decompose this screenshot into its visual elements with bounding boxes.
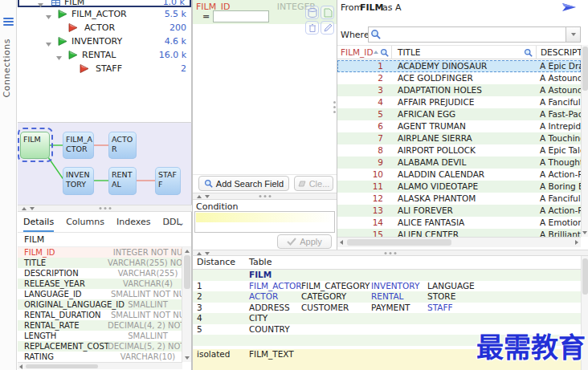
column-row[interactable]: FILM_IDINTEGER NOT NU [18, 247, 182, 258]
add-search-field-button[interactable]: Add Search Field [198, 176, 289, 191]
table-name-customer[interactable]: CUSTOMER [301, 303, 349, 314]
column-row[interactable]: RATINGVARCHAR(10) [18, 352, 182, 362]
column-row[interactable]: RENTAL_RATEDECIMAL(4, 2) NOT NU [18, 320, 182, 331]
splitter-grip-icon[interactable] [385, 252, 397, 254]
scroll-left-icon[interactable] [340, 240, 343, 245]
column-row[interactable]: LANGUAGE_IDSMALLINT NOT NU [18, 289, 182, 299]
table-name-address[interactable]: ADDRESS [249, 303, 290, 314]
column-search-icon[interactable] [524, 48, 533, 57]
table-row[interactable]: 9ALABAMA DEVILA Thought [337, 157, 581, 169]
table-row[interactable]: 4AFFAIR PREJUDICEA Fanciful [337, 96, 581, 108]
table-name-film_text[interactable]: FILM_TEXT [249, 349, 294, 360]
where-input[interactable] [368, 26, 566, 43]
menu-icon[interactable] [3, 18, 14, 27]
tree-item-film[interactable]: FILM1.0 k [18, 0, 191, 7]
result-grid-header[interactable]: FILM_ID TITLE DESCRIPTION [337, 45, 588, 59]
table-name-language[interactable]: LANGUAGE [427, 281, 475, 292]
horizontal-splitter[interactable] [18, 205, 192, 212]
scrollbar-thumb[interactable] [347, 239, 451, 246]
tree-item-film_actor[interactable]: FILM_ACTOR5.5 k [18, 7, 191, 21]
table-row[interactable]: 11ALAMO VIDEOTAPEA Boring E [337, 181, 581, 193]
column-row[interactable]: ORIGINAL_LANGUAGE_IDSMALLINT [18, 299, 182, 310]
table-name-payment[interactable]: PAYMENT [371, 303, 410, 314]
grid-vertical-scrollbar[interactable] [581, 45, 588, 237]
scrollbar-thumb[interactable] [582, 258, 588, 295]
scroll-down-icon[interactable] [582, 231, 587, 234]
table-name-film_actor[interactable]: FILM_ACTOR [249, 281, 302, 292]
tree-item-rental[interactable]: RENTAL16.0 k [18, 48, 191, 62]
distance-row[interactable]: 3ADDRESSCUSTOMERPAYMENTSTAFF [193, 303, 582, 314]
tab-overflow-icon[interactable]: › [167, 218, 170, 228]
diagram-node-film-actor[interactable]: FILM_ACTOR [63, 132, 94, 159]
scrollbar-thumb[interactable] [582, 47, 588, 91]
tab-dropdown-icon[interactable]: ⌄ [178, 218, 185, 228]
column-row[interactable]: RENTAL_DURATIONSMALLINT NOT NU [18, 310, 182, 320]
tab-columns[interactable]: Columns [66, 217, 104, 232]
operator-selector[interactable]: = [202, 11, 210, 22]
table-name-film[interactable]: FILM [249, 270, 272, 281]
details-horizontal-scrollbar[interactable] [18, 362, 182, 369]
splitter-grip-icon[interactable] [259, 195, 271, 197]
diagram-node-actor[interactable]: ACTOR [108, 132, 137, 159]
pencil-icon[interactable] [321, 21, 334, 35]
collapse-expand-icons[interactable] [22, 207, 35, 210]
table-name-rental[interactable]: RENTAL [371, 291, 403, 303]
details-vertical-scrollbar[interactable] [182, 247, 191, 362]
distance-row[interactable]: FILM [193, 270, 582, 281]
horizontal-splitter[interactable] [192, 250, 588, 256]
grid-horizontal-scrollbar[interactable] [337, 237, 581, 247]
table-row[interactable]: 6AGENT TRUMANA Intrepid [337, 120, 581, 132]
diagram-node-film[interactable]: FILM [20, 132, 50, 159]
table-name-category[interactable]: CATEGORY [301, 291, 346, 303]
distance-row[interactable]: 2ACTORCATEGORYRENTALSTORE [193, 291, 582, 303]
condition-input[interactable] [194, 211, 335, 233]
table-name-country[interactable]: COUNTRY [249, 324, 290, 335]
search-value-input[interactable] [213, 10, 269, 22]
distance-row[interactable]: 4CITY [193, 313, 582, 324]
table-row[interactable]: 3ADAPTATION HOLESA Astound [337, 84, 581, 96]
table-row[interactable]: 12ALASKA PHANTOMA Fanciful [337, 193, 581, 205]
result-rows[interactable]: 1ACADEMY DINOSAURA Epic Dra2ACE GOLDFING… [337, 60, 581, 237]
column-row[interactable]: TITLEVARCHAR(255) NOT NU [18, 258, 182, 268]
splitter-grip-icon[interactable] [99, 207, 111, 209]
details-tab-bar[interactable]: DetailsColumnsIndexesDDL› ⌄ [18, 212, 191, 233]
scroll-down-icon[interactable] [185, 356, 190, 360]
vertical-splitter-grip-icon[interactable] [333, 101, 336, 113]
column-row[interactable]: LENGTHSMALLINT [18, 331, 182, 341]
column-search-icon[interactable] [380, 48, 389, 57]
table-row[interactable]: 5AFRICAN EGGA Fast-Pac [337, 108, 581, 120]
table-name-film_category[interactable]: FILM_CATEGORY [301, 281, 370, 292]
horizontal-splitter[interactable] [193, 193, 337, 200]
table-name-inventory[interactable]: INVENTORY [371, 281, 419, 292]
diagram-node-inventory[interactable]: INVENTORY [63, 167, 94, 195]
column-row[interactable]: REPLACEMENT_COSTDECIMAL(5, 2) NOT NU [18, 341, 182, 352]
scroll-up-icon[interactable] [185, 250, 190, 253]
document-icon[interactable] [321, 6, 334, 19]
collapse-expand-icons[interactable] [197, 252, 210, 255]
scroll-right-icon[interactable] [575, 240, 578, 245]
table-row[interactable]: 2ACE GOLDFINGERA Astound [337, 72, 581, 84]
connection-tree[interactable]: FILM1.0 kFILM_ACTOR5.5 kACTOR200INVENTOR… [18, 0, 192, 123]
distance-row[interactable]: 1FILM_ACTORFILM_CATEGORYINVENTORYLANGUAG… [193, 281, 582, 292]
from-table-name[interactable]: FILM [360, 2, 384, 13]
diagram-node-staff[interactable]: STAFF [155, 167, 181, 195]
collapse-expand-icons[interactable] [197, 195, 210, 198]
column-header-film-id[interactable]: FILM_ID [337, 46, 392, 59]
tree-item-staff[interactable]: STAFF2 [18, 62, 191, 75]
clear-button[interactable]: Cle... [294, 176, 333, 191]
table-name-store[interactable]: STORE [427, 291, 455, 303]
run-query-icon[interactable] [562, 2, 576, 15]
table-row[interactable]: 13ALI FOREVERA Action-P [337, 205, 581, 217]
table-name-city[interactable]: CITY [249, 313, 267, 324]
tab-indexes[interactable]: Indexes [116, 217, 150, 232]
tree-item-actor[interactable]: ACTOR200 [18, 21, 191, 35]
table-row[interactable]: 1ACADEMY DINOSAURA Epic Dra [337, 60, 581, 72]
tree-item-inventory[interactable]: INVENTORY4.6 k [18, 35, 191, 48]
column-list[interactable]: FILM_IDINTEGER NOT NUTITLEVARCHAR(255) N… [18, 247, 182, 362]
connections-sidebar[interactable]: Connections [0, 0, 17, 370]
database-icon[interactable] [305, 6, 319, 19]
trash-icon[interactable] [305, 21, 319, 35]
table-name-actor[interactable]: ACTOR [249, 291, 278, 303]
table-row[interactable]: 10ALADDIN CALENDARA Action-P [337, 169, 581, 181]
column-header-title[interactable]: TITLE [392, 46, 537, 59]
